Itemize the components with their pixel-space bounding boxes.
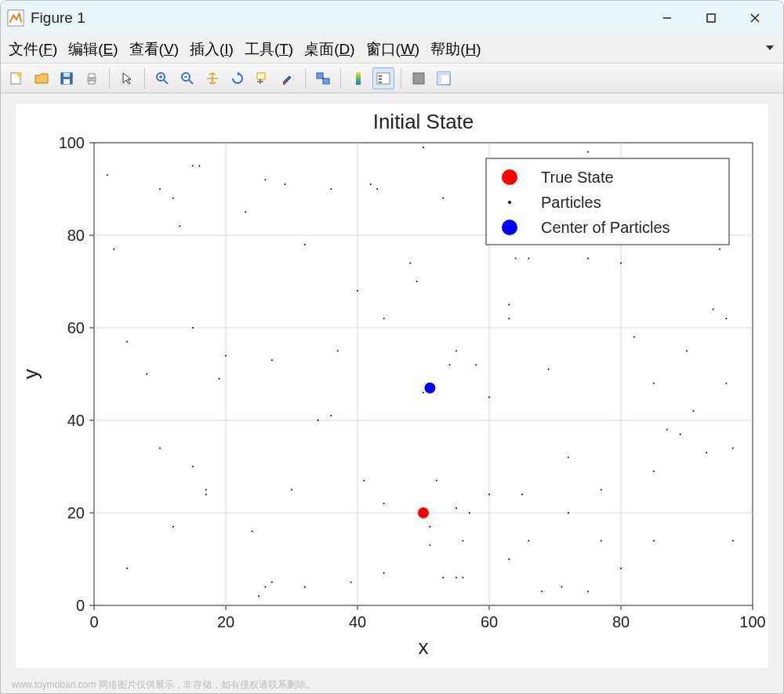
data-point bbox=[418, 507, 429, 518]
data-point bbox=[587, 257, 589, 259]
data-point bbox=[304, 586, 306, 587]
data-point bbox=[192, 466, 194, 467]
data-point bbox=[423, 146, 424, 147]
data-point bbox=[568, 456, 569, 458]
svg-line-14 bbox=[164, 80, 168, 84]
legend-marker bbox=[502, 220, 517, 235]
data-point bbox=[725, 382, 727, 383]
watermark-text: www.toymoban.com 网络图片仅供展示，非存储，如有侵权请联系删除。 bbox=[12, 678, 315, 692]
data-point bbox=[706, 452, 707, 453]
data-point bbox=[548, 369, 550, 370]
data-point bbox=[285, 183, 286, 185]
data-point bbox=[423, 391, 424, 393]
link-button[interactable] bbox=[312, 67, 334, 89]
hide-plot-tools-button[interactable] bbox=[408, 67, 430, 89]
legend-marker bbox=[508, 201, 511, 204]
data-point bbox=[376, 188, 378, 190]
svg-text:40: 40 bbox=[67, 412, 85, 429]
matlab-icon bbox=[7, 9, 24, 27]
show-plot-tools-button[interactable] bbox=[433, 67, 455, 89]
data-point bbox=[456, 350, 457, 351]
window-title: Figure 1 bbox=[31, 9, 85, 27]
legend-label: Center of Particles bbox=[541, 219, 670, 236]
figure-window: Figure 1 文件(F) 编辑(E) 查看(V) 插入(I) 工具(T) 桌… bbox=[0, 0, 784, 694]
legend-marker bbox=[502, 169, 517, 185]
svg-text:0: 0 bbox=[76, 597, 85, 614]
zoom-out-button[interactable] bbox=[176, 67, 198, 89]
svg-text:20: 20 bbox=[217, 613, 234, 630]
rotate-button[interactable] bbox=[227, 67, 249, 89]
data-point bbox=[357, 289, 358, 291]
legend-label: Particles bbox=[541, 194, 601, 211]
y-axis-label: y bbox=[19, 369, 42, 379]
zoom-in-button[interactable] bbox=[151, 67, 173, 89]
save-button[interactable] bbox=[56, 67, 78, 89]
svg-rect-20 bbox=[257, 73, 265, 79]
menu-view[interactable]: 查看(V) bbox=[129, 39, 179, 60]
data-point bbox=[515, 257, 517, 259]
data-point bbox=[653, 382, 655, 383]
print-button[interactable] bbox=[81, 67, 103, 89]
minimize-button[interactable] bbox=[645, 1, 689, 35]
svg-text:40: 40 bbox=[349, 613, 366, 630]
open-button[interactable] bbox=[31, 67, 53, 89]
legend-button[interactable] bbox=[372, 67, 394, 89]
data-point bbox=[442, 576, 444, 578]
menu-tools[interactable]: 工具(T) bbox=[245, 39, 293, 60]
data-point bbox=[587, 590, 589, 592]
svg-text:100: 100 bbox=[59, 134, 85, 151]
svg-rect-12 bbox=[89, 81, 95, 84]
data-point bbox=[198, 165, 200, 166]
toolbar bbox=[1, 64, 783, 93]
data-point bbox=[475, 364, 477, 365]
data-point bbox=[383, 318, 385, 319]
data-point bbox=[363, 479, 365, 481]
data-point bbox=[449, 364, 451, 365]
data-point bbox=[264, 179, 266, 180]
data-point bbox=[219, 377, 220, 379]
pan-button[interactable] bbox=[201, 67, 223, 89]
data-point bbox=[225, 354, 227, 356]
data-point bbox=[508, 318, 510, 319]
svg-point-6 bbox=[17, 72, 22, 77]
data-point bbox=[205, 493, 207, 495]
axes[interactable]: 020406080100020406080100Initial StatexyT… bbox=[16, 104, 768, 668]
menu-help[interactable]: 帮助(H) bbox=[430, 39, 481, 60]
menu-edit[interactable]: 编辑(E) bbox=[68, 39, 118, 60]
svg-rect-35 bbox=[437, 72, 450, 75]
data-point bbox=[271, 359, 273, 361]
data-point bbox=[258, 595, 260, 597]
data-point bbox=[159, 447, 161, 449]
pointer-button[interactable] bbox=[116, 67, 138, 89]
svg-text:100: 100 bbox=[739, 613, 765, 630]
titlebar: Figure 1 bbox=[1, 1, 783, 35]
data-point bbox=[126, 567, 128, 569]
data-point bbox=[692, 410, 694, 412]
svg-text:80: 80 bbox=[612, 613, 630, 630]
data-point bbox=[424, 382, 435, 393]
colorbar-button[interactable] bbox=[347, 67, 369, 89]
data-point bbox=[337, 350, 339, 351]
maximize-button[interactable] bbox=[689, 1, 733, 35]
new-figure-button[interactable] bbox=[5, 67, 27, 89]
data-point bbox=[488, 396, 490, 398]
data-point bbox=[732, 447, 734, 449]
menu-desktop[interactable]: 桌面(D) bbox=[304, 39, 354, 60]
data-point bbox=[713, 308, 714, 310]
brush-button[interactable] bbox=[277, 67, 299, 89]
data-point bbox=[620, 262, 622, 263]
svg-text:80: 80 bbox=[67, 227, 85, 244]
data-point bbox=[541, 590, 543, 592]
data-point bbox=[192, 327, 194, 329]
close-button[interactable] bbox=[733, 1, 777, 35]
svg-rect-32 bbox=[413, 73, 424, 84]
data-point bbox=[462, 540, 463, 541]
menu-insert[interactable]: 插入(I) bbox=[190, 39, 234, 60]
menu-file[interactable]: 文件(F) bbox=[9, 39, 57, 60]
svg-line-18 bbox=[189, 80, 193, 84]
svg-rect-25 bbox=[323, 78, 329, 84]
data-cursor-button[interactable] bbox=[252, 67, 274, 89]
menu-window[interactable]: 窗口(W) bbox=[366, 39, 420, 60]
toolbar-dropdown-icon[interactable] bbox=[764, 42, 775, 56]
data-point bbox=[350, 581, 352, 583]
